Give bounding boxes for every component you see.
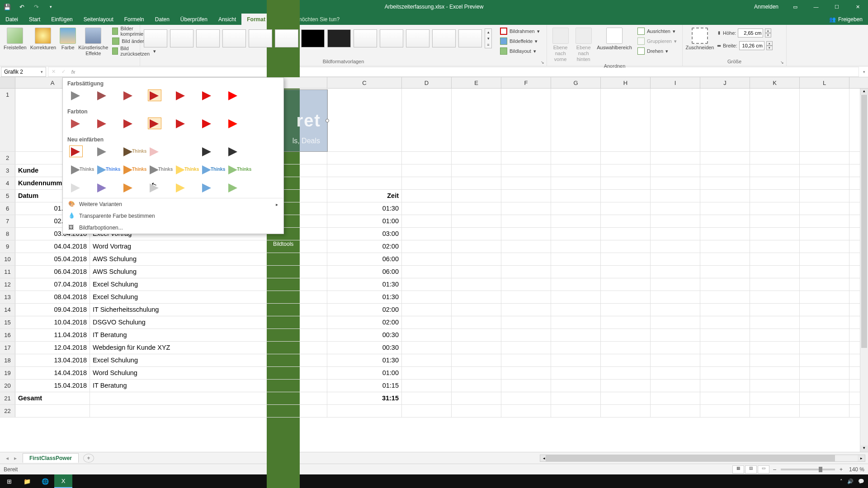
cell[interactable] [452,316,501,328]
cell[interactable] [402,354,452,366]
color-swatch[interactable] [95,117,109,129]
cell[interactable] [551,316,601,328]
row-header[interactable]: 8 [0,228,15,240]
cell[interactable] [700,177,750,189]
cell[interactable] [501,405,551,417]
row-header[interactable]: 13 [0,291,15,303]
cell[interactable] [700,89,750,151]
row-header[interactable]: 22 [0,405,15,417]
cell[interactable] [651,164,700,177]
cell[interactable]: Excel Schulung [90,354,327,366]
color-swatch[interactable] [95,145,109,157]
cell[interactable] [15,405,90,417]
color-swatch[interactable] [200,145,214,157]
cell[interactable] [651,215,700,227]
color-swatch[interactable] [174,89,188,101]
cell[interactable] [501,304,551,316]
cell[interactable] [750,266,800,278]
cell[interactable] [551,228,601,240]
cell[interactable] [601,392,651,404]
cell[interactable] [700,228,750,240]
cell[interactable] [800,380,849,392]
cell[interactable] [327,89,402,151]
cell[interactable] [501,316,551,328]
cell[interactable] [750,291,800,303]
cell[interactable] [700,392,750,404]
color-swatch[interactable] [122,117,135,129]
picture-style-thumb[interactable] [380,29,403,47]
cell[interactable] [800,329,849,341]
cell[interactable] [452,405,501,417]
tab-ansicht[interactable]: Ansicht [213,14,241,25]
cell[interactable] [800,152,849,164]
picture-style-thumb[interactable] [406,29,429,47]
expand-formula-bar-icon[interactable]: ▾ [860,70,868,74]
cell[interactable] [651,354,700,366]
cell[interactable] [402,342,452,354]
cell[interactable]: IT Beratung [90,329,327,341]
column-header[interactable]: G [551,77,601,88]
cell[interactable] [800,202,849,215]
start-button[interactable]: ⊞ [0,474,18,488]
cell[interactable]: 01:00 [327,215,402,227]
cell[interactable] [501,329,551,341]
worksheet-grid[interactable]: ABCDEFGHIJKL 123Kunde4Kundennummer100938… [0,77,868,452]
cell[interactable] [750,152,800,164]
color-swatch[interactable] [226,117,240,129]
formula-input[interactable]: ✕ ✓ fx [48,67,859,77]
color-swatch[interactable] [174,182,188,193]
cell[interactable] [651,405,700,417]
minimize-button[interactable]: — [806,0,826,14]
cell[interactable] [800,266,849,278]
cell[interactable] [551,405,601,417]
cell[interactable] [700,405,750,417]
cell[interactable] [551,278,601,291]
dialog-launcher-icon[interactable]: ↘ [779,59,785,65]
cell[interactable] [501,215,551,227]
cell[interactable]: 06:00 [327,266,402,278]
volume-icon[interactable]: 🔊 [847,479,854,484]
row-header[interactable]: 6 [0,202,15,215]
cell[interactable] [551,304,601,316]
cell[interactable] [601,240,651,253]
column-header[interactable]: C [327,77,402,88]
cell[interactable] [700,190,750,202]
cell[interactable] [551,190,601,202]
cell[interactable] [501,164,551,177]
cell[interactable] [800,405,849,417]
cell[interactable]: 01:15 [327,380,402,392]
crop-button[interactable]: Zuschneiden [686,27,713,51]
color-swatch[interactable]: Thinks [122,164,135,175]
cell[interactable] [402,152,452,164]
cell[interactable] [800,367,849,379]
cell[interactable] [651,202,700,215]
cell[interactable] [90,392,327,404]
cell[interactable] [800,291,849,303]
cell[interactable]: Word Schulung [90,367,327,379]
cancel-icon[interactable]: ✕ [48,69,58,75]
cell[interactable]: 00:30 [327,342,402,354]
sheet-nav-buttons[interactable]: ◂▸ [0,455,23,461]
cell[interactable]: 04.04.2018 [15,240,90,253]
tab-ueberpruefen[interactable]: Überprüfen [175,14,213,25]
color-swatch[interactable]: Thinks [148,164,161,175]
cell[interactable] [601,278,651,291]
rotate-button[interactable]: Drehen ▾ [636,47,679,56]
color-swatch[interactable] [95,182,109,193]
cell[interactable] [327,164,402,177]
cell[interactable] [800,240,849,253]
cell[interactable] [501,278,551,291]
cell[interactable]: AWS Schulung [90,253,327,265]
sign-in-link[interactable]: Anmelden [748,0,785,14]
color-swatch[interactable] [122,89,135,101]
cell[interactable] [750,278,800,291]
picture-border-button[interactable]: Bildrahmen ▾ [498,27,542,36]
cell[interactable] [601,202,651,215]
row-header[interactable]: 20 [0,380,15,392]
cell[interactable] [601,266,651,278]
add-sheet-button[interactable]: + [83,454,94,463]
cell[interactable] [651,89,700,151]
enter-icon[interactable]: ✓ [58,69,68,75]
bring-forward-button[interactable]: Ebene nach vorne [551,27,570,62]
cell[interactable] [651,316,700,328]
